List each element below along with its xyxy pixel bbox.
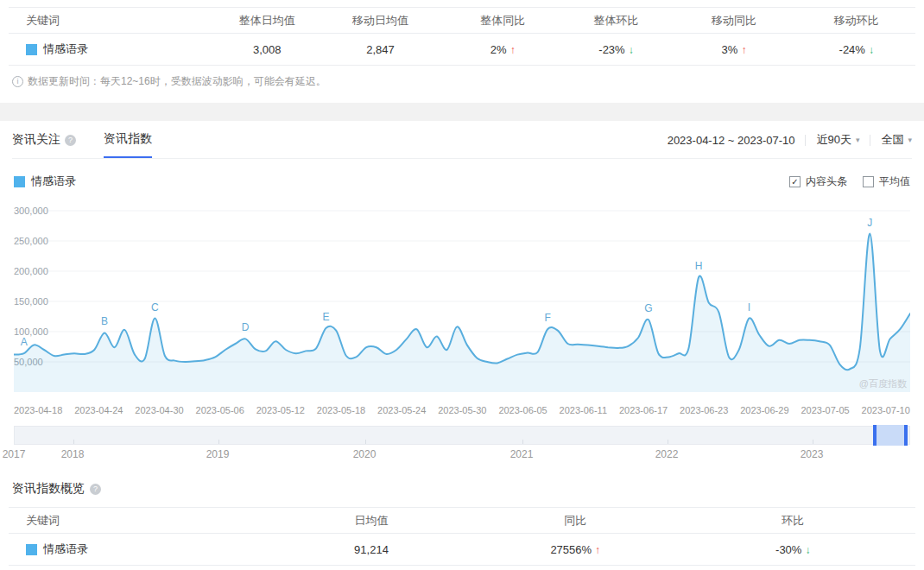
trend-panel: 资讯关注 ? 资讯指数 2023-04-12 ~ 2023-07-10 近90天… xyxy=(0,131,924,464)
overview-table: 关键词 日均值 同比 环比 情感语录 91,214 27556%↑ -30%↓ xyxy=(9,507,915,566)
col-header-keyword: 关键词 xyxy=(9,8,218,34)
legend-label: 情感语录 xyxy=(31,174,76,189)
tab-label: 资讯指数 xyxy=(104,131,152,147)
region-selector[interactable]: 全国 ▾ xyxy=(881,132,912,148)
trend-value: -23% xyxy=(598,43,624,56)
col-header-overall-yoy: 整体同比 xyxy=(444,8,562,34)
event-marker-C: C xyxy=(151,301,159,314)
y-axis-tick: 300,000 xyxy=(14,206,48,216)
time-range-selector[interactable]: 近90天 ▾ xyxy=(816,132,859,148)
trend-value: 2% xyxy=(490,43,507,56)
x-axis-tick: 2023-05-18 xyxy=(317,405,365,415)
x-axis-tick: 2023-04-30 xyxy=(135,405,183,415)
checkbox-content-headline[interactable]: ✓ 内容头条 xyxy=(789,174,847,189)
overview-data-row: 情感语录 91,214 27556%↑ -30%↓ xyxy=(9,534,915,566)
keyword-legend[interactable]: 情感语录 xyxy=(26,41,218,57)
y-axis-tick: 250,000 xyxy=(14,236,48,246)
keyword-color-square xyxy=(14,176,25,187)
x-axis-tick: 2023-06-05 xyxy=(498,405,547,415)
col-header-daily-avg: 日均值 xyxy=(263,508,480,534)
up-arrow-icon: ↑ xyxy=(741,44,746,56)
up-arrow-icon: ↑ xyxy=(595,544,600,556)
event-marker-G: G xyxy=(644,302,652,314)
trend-value: 27556% xyxy=(550,543,592,556)
x-axis-tick: 2023-05-12 xyxy=(256,405,305,415)
scrubber-tick xyxy=(73,440,74,444)
scrubber-selection[interactable] xyxy=(873,425,908,446)
event-marker-B: B xyxy=(101,315,108,327)
x-axis-tick: 2023-06-29 xyxy=(740,405,788,415)
keyword-label: 情感语录 xyxy=(43,41,88,57)
area-fill xyxy=(14,234,910,392)
note-text: 数据更新时间：每天12~16时，受数据波动影响，可能会有延迟。 xyxy=(28,74,326,89)
up-arrow-icon: ↑ xyxy=(510,44,516,56)
timeline-scrubber[interactable] xyxy=(14,426,910,445)
overall-yoy-value: 2%↑ xyxy=(444,34,562,66)
col-header-mobile-yoy: 移动同比 xyxy=(671,8,798,34)
checkbox-label: 平均值 xyxy=(879,174,910,189)
keyword-legend[interactable]: 情感语录 xyxy=(26,542,263,557)
chevron-down-icon: ▾ xyxy=(908,136,912,144)
col-header-mobile-daily-avg: 移动日均值 xyxy=(317,8,444,34)
y-axis-tick: 200,000 xyxy=(14,266,48,276)
trend-value: -30% xyxy=(775,543,801,556)
x-axis-labels: 2023-04-182023-04-242023-04-302023-05-06… xyxy=(14,405,910,415)
scrubber-tick xyxy=(218,440,219,444)
x-axis-tick: 2023-06-17 xyxy=(619,405,668,415)
checkbox-average[interactable]: 平均值 xyxy=(863,174,910,189)
event-marker-D: D xyxy=(242,321,250,333)
event-marker-H: H xyxy=(695,260,703,272)
keyword-label: 情感语录 xyxy=(43,542,88,557)
date-range[interactable]: 2023-04-12 ~ 2023-07-10 xyxy=(668,134,795,147)
summary-table: 关键词 整体日均值 移动日均值 整体同比 整体环比 移动同比 移动环比 情感语录… xyxy=(9,7,915,66)
down-arrow-icon: ↓ xyxy=(869,44,874,56)
tab-news-index[interactable]: 资讯指数 xyxy=(104,131,152,158)
y-axis-tick: 100,000 xyxy=(14,326,48,337)
x-axis-tick: 2023-05-06 xyxy=(196,405,244,415)
timeline-year: 2023 xyxy=(801,448,824,460)
x-axis-tick: 2023-07-10 xyxy=(862,405,910,415)
event-marker-A: A xyxy=(21,336,28,348)
checkbox-box xyxy=(863,176,874,187)
col-header-mom: 环比 xyxy=(671,508,916,534)
region-value: 全国 xyxy=(881,132,903,148)
separator xyxy=(805,135,806,146)
event-marker-E: E xyxy=(323,311,330,323)
help-icon[interactable]: ? xyxy=(65,135,76,146)
keyword-color-square xyxy=(26,544,37,555)
down-arrow-icon: ↓ xyxy=(629,44,634,56)
keyword-color-square xyxy=(26,44,37,55)
scrubber-tick xyxy=(365,440,366,444)
col-header-keyword: 关键词 xyxy=(9,508,263,534)
y-axis-tick: 150,000 xyxy=(14,296,48,307)
yoy-value: 27556%↑ xyxy=(480,534,671,566)
tab-news-attention[interactable]: 资讯关注 ? xyxy=(12,131,76,158)
chart-legend-keyword[interactable]: 情感语录 xyxy=(14,174,76,189)
help-icon[interactable]: ? xyxy=(90,484,101,495)
timeline-year: 2022 xyxy=(655,448,679,460)
trend-tabs: 资讯关注 ? 资讯指数 xyxy=(12,131,152,158)
x-axis-tick: 2023-04-24 xyxy=(74,405,123,415)
overall-mom-value: -23%↓ xyxy=(562,34,671,66)
col-header-mobile-mom: 移动环比 xyxy=(798,8,916,34)
time-range-value: 近90天 xyxy=(816,132,851,148)
down-arrow-icon: ↓ xyxy=(805,544,810,556)
x-axis-tick: 2023-06-11 xyxy=(560,405,607,415)
mobile-daily-avg-value: 2,847 xyxy=(317,34,444,66)
overall-daily-avg-value: 3,008 xyxy=(218,34,318,66)
x-axis-tick: 2023-07-05 xyxy=(801,405,849,415)
mobile-mom-value: -24%↓ xyxy=(798,34,916,66)
info-icon: i xyxy=(12,76,23,87)
col-header-overall-daily-avg: 整体日均值 xyxy=(218,8,318,34)
x-axis-tick: 2023-05-24 xyxy=(377,405,426,415)
chevron-down-icon: ▾ xyxy=(856,136,860,144)
col-header-yoy: 同比 xyxy=(480,508,671,534)
scrubber-tick xyxy=(522,440,523,444)
x-axis-tick: 2023-04-18 xyxy=(14,405,62,415)
event-marker-I: I xyxy=(748,301,750,314)
checkbox-label: 内容头条 xyxy=(806,174,847,189)
trend-value: 3% xyxy=(722,43,738,56)
trend-chart[interactable]: 300,000250,000200,000150,000100,00050,00… xyxy=(14,200,910,400)
event-marker-J: J xyxy=(867,217,872,229)
summary-data-row: 情感语录 3,008 2,847 2%↑ -23%↓ 3%↑ -24%↓ xyxy=(9,34,915,66)
